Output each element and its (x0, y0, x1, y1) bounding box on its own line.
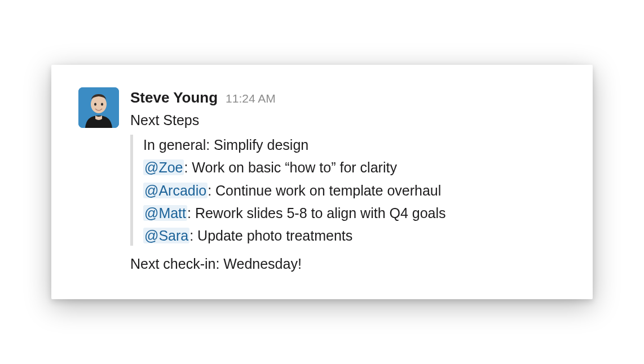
message-closing: Next check-in: Wednesday! (130, 254, 566, 274)
quote-block: In general: Simplify design @Zoe: Work o… (130, 135, 566, 246)
quote-item-text: : Update photo treatments (189, 228, 352, 243)
message-header: Steve Young 11:24 AM (130, 87, 566, 109)
quote-item: @Sara: Update photo treatments (143, 225, 566, 246)
quote-item: @Arcadio: Continue work on template over… (143, 180, 566, 201)
quote-general: In general: Simplify design (143, 135, 566, 155)
mention-link[interactable]: @Arcadio (143, 183, 208, 198)
mention-link[interactable]: @Matt (143, 205, 187, 221)
sender-name[interactable]: Steve Young (130, 87, 218, 109)
message-body: Steve Young 11:24 AM Next Steps In gener… (130, 87, 566, 274)
avatar-image (78, 87, 119, 128)
mention-link[interactable]: @Sara (143, 228, 189, 243)
quote-item-text: : Continue work on template overhaul (208, 183, 441, 198)
quote-item: @Zoe: Work on basic “how to” for clarity (143, 157, 566, 177)
quote-item: @Matt: Rework slides 5-8 to align with Q… (143, 203, 566, 223)
message-intro: Next Steps (130, 110, 566, 130)
svg-point-2 (94, 103, 96, 106)
quote-item-text: : Work on basic “how to” for clarity (184, 159, 396, 175)
quote-item-text: : Rework slides 5-8 to align with Q4 goa… (187, 205, 446, 221)
svg-point-3 (101, 103, 103, 106)
message-card: Steve Young 11:24 AM Next Steps In gener… (51, 65, 593, 299)
timestamp[interactable]: 11:24 AM (226, 90, 276, 107)
mention-link[interactable]: @Zoe (143, 159, 184, 175)
avatar[interactable] (78, 87, 119, 128)
